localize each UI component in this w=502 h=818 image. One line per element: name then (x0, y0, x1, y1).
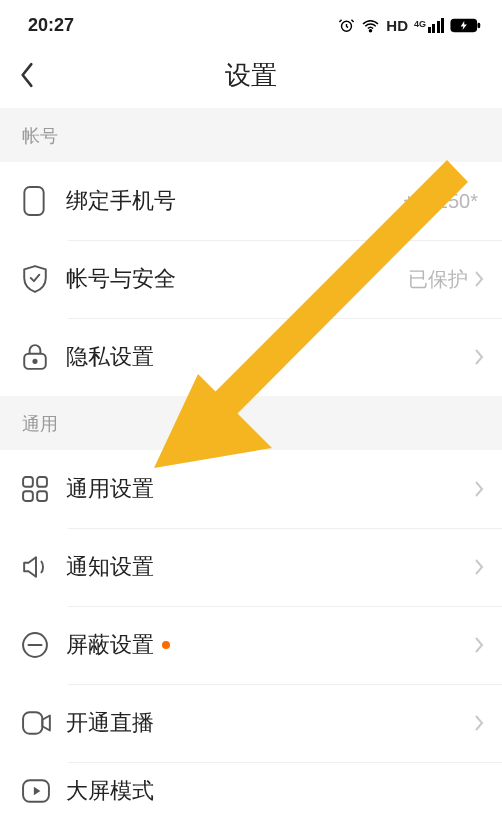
section-header-general: 通用 (0, 396, 502, 450)
row-live[interactable]: 开通直播 (0, 684, 502, 762)
back-button[interactable] (0, 42, 54, 108)
nav-bar: 设置 (0, 42, 502, 108)
page-title: 设置 (0, 58, 502, 93)
row-label: 大屏模式 (66, 776, 154, 806)
svg-rect-8 (37, 477, 47, 487)
row-notify[interactable]: 通知设置 (0, 528, 502, 606)
chevron-right-icon (474, 348, 484, 366)
row-label: 开通直播 (66, 708, 154, 738)
play-rect-icon (22, 779, 50, 803)
row-label: 绑定手机号 (66, 186, 176, 216)
status-hd: HD (386, 17, 408, 34)
phone-icon (22, 186, 46, 216)
alarm-icon (338, 17, 355, 34)
row-bind-phone[interactable]: 绑定手机号 +86150* (0, 162, 502, 240)
svg-rect-3 (478, 22, 481, 27)
row-block[interactable]: 屏蔽设置 (0, 606, 502, 684)
grid-icon (22, 476, 48, 502)
row-label: 帐号与安全 (66, 264, 176, 294)
row-label: 隐私设置 (66, 342, 154, 372)
chevron-right-icon (474, 480, 484, 498)
chevron-right-icon (474, 714, 484, 732)
video-icon (22, 711, 52, 735)
battery-icon (450, 18, 482, 33)
row-big-screen[interactable]: 大屏模式 (0, 762, 502, 818)
row-label: 通知设置 (66, 552, 154, 582)
svg-rect-9 (23, 491, 33, 501)
row-general-settings[interactable]: 通用设置 (0, 450, 502, 528)
row-privacy[interactable]: 隐私设置 (0, 318, 502, 396)
section-header-account: 帐号 (0, 108, 502, 162)
svg-rect-12 (23, 712, 42, 733)
minus-circle-icon (22, 632, 48, 658)
svg-point-1 (370, 29, 372, 31)
chevron-right-icon (474, 636, 484, 654)
speaker-icon (22, 555, 50, 579)
chevron-left-icon (19, 62, 35, 88)
signal-icon: 4G (414, 18, 444, 33)
svg-point-6 (33, 360, 36, 363)
status-time: 20:27 (28, 15, 74, 36)
badge-dot (162, 641, 170, 649)
row-label: 屏蔽设置 (66, 630, 154, 660)
row-value: 已保护 (408, 266, 468, 293)
row-value: +86150* (403, 190, 478, 213)
wifi-icon (361, 18, 380, 33)
status-bar: 20:27 HD 4G (0, 0, 502, 42)
chevron-right-icon (474, 270, 484, 288)
svg-rect-4 (24, 187, 43, 215)
svg-rect-7 (23, 477, 33, 487)
row-label: 通用设置 (66, 474, 154, 504)
shield-icon (22, 265, 48, 293)
status-right: HD 4G (338, 17, 482, 34)
svg-rect-10 (37, 491, 47, 501)
row-security[interactable]: 帐号与安全 已保护 (0, 240, 502, 318)
lock-icon (22, 343, 48, 371)
chevron-right-icon (474, 558, 484, 576)
